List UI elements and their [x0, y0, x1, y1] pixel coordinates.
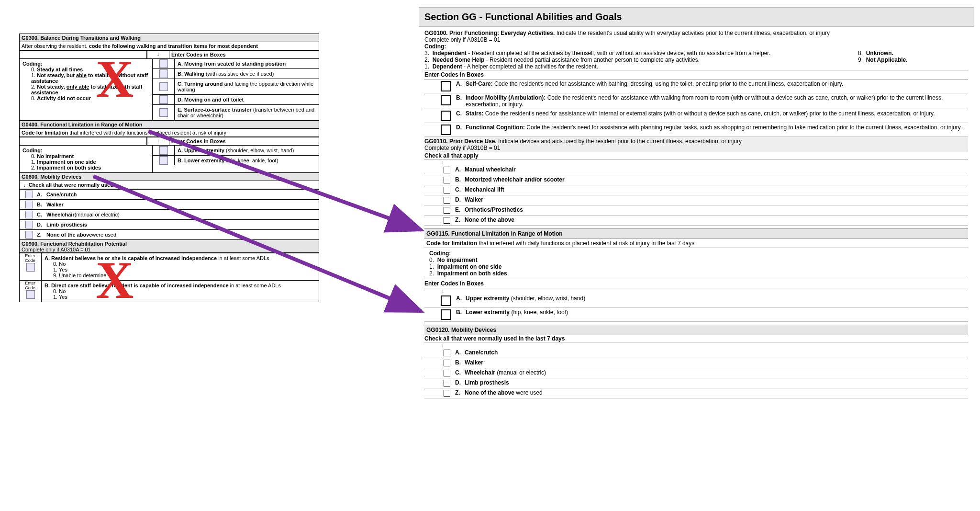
c0: Steady at all times: [37, 67, 83, 72]
d: Wheelchair (manual or electric): [465, 369, 966, 376]
checkbox[interactable]: [25, 211, 33, 218]
l: Z.: [455, 389, 465, 396]
code-box[interactable]: [159, 95, 168, 104]
gg0110-a: A.Manual wheelchair: [424, 165, 968, 175]
c8: Activity did not occur: [37, 95, 90, 101]
code-box[interactable]: [441, 295, 451, 306]
g0400-a: A. Upper extremity (shoulder, elbow, wri…: [175, 146, 319, 155]
code-box[interactable]: [441, 95, 451, 105]
c1b: Dependent: [433, 63, 462, 70]
al: A.: [178, 61, 183, 67]
checkbox[interactable]: [444, 360, 450, 366]
code-box[interactable]: [159, 59, 168, 68]
code-box[interactable]: [441, 111, 451, 121]
l: Z.: [37, 232, 46, 238]
el: E.: [178, 107, 182, 113]
t: Code the resident's need for assistance …: [483, 110, 935, 117]
checkbox[interactable]: [444, 380, 450, 386]
l: E.: [455, 206, 465, 213]
d: None of the above were used: [465, 389, 966, 396]
d: Indicate devices and aids used by the re…: [497, 138, 742, 145]
g0300-b: B. Walking (with assistive device if use…: [175, 69, 319, 79]
l: D.: [455, 196, 465, 203]
checkbox[interactable]: [25, 231, 33, 238]
l: B.: [456, 94, 466, 101]
checkbox[interactable]: [444, 207, 450, 214]
g0600-b: B.Walker: [20, 199, 319, 209]
c1: Impairment on one side: [437, 263, 502, 270]
b: Self-Care:: [466, 80, 493, 87]
cl: Coding:: [429, 250, 451, 257]
gg0120-b: B.Walker: [424, 358, 968, 368]
gg0110-b: B.Motorized wheelchair and/or scooter: [424, 175, 968, 185]
coding-label: Coding:: [22, 148, 43, 153]
gg0110-z: Z.None of the above: [424, 216, 968, 226]
checkbox[interactable]: [444, 167, 450, 173]
t: that interfered with daily functions or …: [477, 240, 694, 247]
l: A.: [37, 192, 46, 197]
code-box[interactable]: [26, 263, 35, 272]
bt: (hip, knee, ankle, foot): [224, 158, 278, 163]
removed-marker-x-1: X: [96, 53, 134, 105]
checkbox[interactable]: [444, 370, 450, 376]
checkbox[interactable]: [444, 177, 450, 183]
c1: Impairment on one side: [37, 159, 96, 165]
bb: Direct care staff believe resident is ca…: [51, 283, 228, 288]
c2b: Needed Some Help: [433, 57, 485, 63]
g0600-a: A.Cane/crutch: [20, 189, 319, 199]
g0400-coding: Coding: 0. No impairment 1. Impairment o…: [20, 145, 153, 172]
gg0110-header: GG0110. Prior Device Use. Indicate devic…: [424, 137, 968, 152]
g0600-d: D.Limb prosthesis: [20, 219, 319, 229]
it: that interfered with daily functions or …: [68, 130, 226, 136]
tb: Wheelchair: [46, 212, 75, 217]
c9: Not Applicable.: [866, 57, 908, 63]
code-box[interactable]: [159, 82, 168, 91]
g0900-header: G0900. Functional Rehabilitation Potenti…: [20, 239, 319, 253]
gg0120-header: GG0120. Mobility Devices: [424, 325, 968, 335]
l: A.: [456, 80, 466, 87]
legacy-form: G0300. Balance During Transitions and Wa…: [19, 34, 319, 302]
g0900-title: G0900. Functional Rehabilitation Potenti…: [22, 241, 127, 247]
gg0120-a: A.Cane/crutch: [424, 348, 968, 358]
c3b: Independent: [433, 50, 467, 57]
a9: 9. Unable to determine: [45, 273, 316, 278]
c: Complete only if A0310B = 01: [424, 36, 500, 43]
gg0120-d: D.Limb prosthesis: [424, 378, 968, 388]
checkbox[interactable]: [444, 187, 450, 193]
code-box[interactable]: [159, 69, 168, 78]
code-box[interactable]: [441, 309, 451, 320]
l: B.: [455, 359, 465, 366]
checkbox[interactable]: [25, 201, 33, 208]
checkbox[interactable]: [444, 350, 450, 356]
code-box[interactable]: [441, 125, 451, 135]
code-box[interactable]: [159, 108, 168, 117]
checkbox[interactable]: [444, 217, 450, 224]
gg0100-header: GG0100. Prior Functioning: Everyday Acti…: [424, 30, 968, 43]
l: C.: [455, 369, 465, 376]
code-box[interactable]: [159, 146, 168, 155]
checkbox[interactable]: [25, 221, 33, 228]
code-box[interactable]: [441, 81, 451, 91]
c2t: - Resident needed partial assistance fro…: [484, 57, 700, 63]
gg0100-c: C.Stairs: Code the resident's need for a…: [424, 109, 968, 123]
b: Functional Cognition:: [466, 124, 525, 131]
checkbox[interactable]: [25, 191, 33, 198]
code-box[interactable]: [159, 156, 168, 165]
arrow-down-icon: ↓: [442, 342, 968, 348]
d: Functional Cognition: Code the resident'…: [466, 124, 966, 131]
ib: Code for limitation: [22, 130, 68, 136]
t: Mechanical lift: [465, 186, 504, 193]
checkbox[interactable]: [444, 390, 450, 397]
g0600-z: Z.None of the above were used: [20, 229, 319, 239]
ab: Resident believes he or she is capable o…: [51, 255, 217, 261]
g0900-complete: Complete only if A0310A = 01: [22, 247, 91, 252]
code-box[interactable]: [26, 290, 35, 299]
a1: 1. Yes: [45, 267, 316, 273]
eb: Surface-to-surface transfer: [184, 107, 251, 113]
b: Stairs:: [466, 110, 483, 117]
g0400-codes-header: Enter Codes in Boxes: [20, 137, 319, 145]
gg0120-c: C.Wheelchair (manual or electric): [424, 368, 968, 378]
d: Lower extremity (hip, knee, ankle, foot): [466, 309, 966, 316]
b: Indoor Mobility (Ambulation):: [466, 94, 546, 101]
checkbox[interactable]: [444, 197, 450, 204]
